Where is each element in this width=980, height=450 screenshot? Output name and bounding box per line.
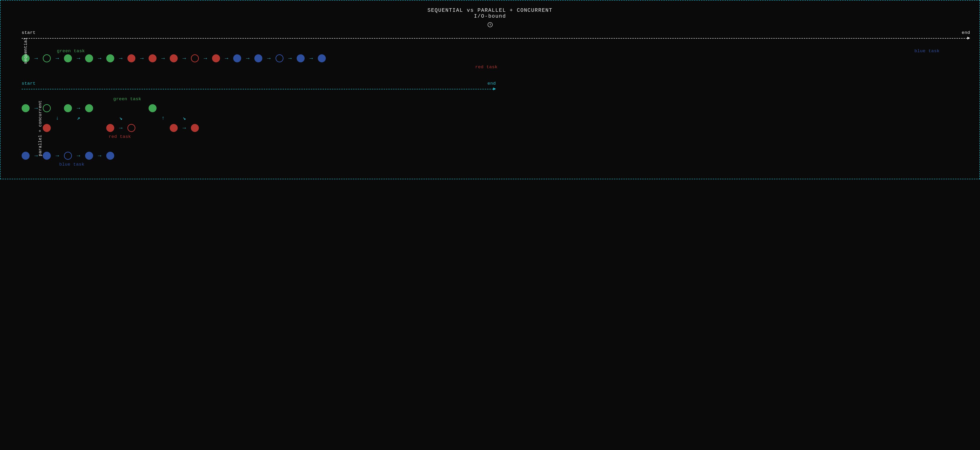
sequential-task-labels: green task blue task (22, 46, 970, 54)
arrow-right-icon: → (157, 54, 170, 62)
arrow-right-icon: → (199, 54, 212, 62)
clock-icon (487, 22, 493, 28)
parallel-concurrent-label: parallel + concurrent (38, 101, 43, 156)
spacer (43, 114, 51, 122)
green-task-dot (43, 54, 51, 62)
clock-icon-row (10, 22, 970, 28)
arrow-right-icon: → (241, 54, 255, 62)
arrow-right-icon: → (93, 152, 106, 160)
parallel-timeline-arrow (22, 86, 496, 92)
green-task-dot (149, 104, 157, 112)
spacer (22, 124, 30, 132)
spacer (93, 114, 106, 122)
spacer (157, 124, 170, 132)
arrow-right-icon: → (93, 54, 106, 62)
arrow-right-icon: → (51, 152, 64, 160)
arrow-upright-icon: ↗ (72, 114, 85, 122)
red-task-dot (170, 124, 178, 132)
green-task-dot (85, 54, 93, 62)
green-task-dot (22, 104, 30, 112)
title: SEQUENTIAL vs PARALLEL + CONCURRENT (10, 8, 970, 13)
parallel-green-row: →→ (22, 104, 970, 113)
spacer (106, 114, 114, 122)
arrow-right-icon: → (178, 54, 191, 62)
blue-task-dot (275, 54, 283, 62)
arrow-right-icon: → (262, 54, 275, 62)
spacer (85, 124, 93, 132)
arrow-right-icon: → (220, 54, 233, 62)
sequential-timeline: start end (22, 30, 970, 35)
sequential-timeline-arrow (22, 35, 970, 41)
green-task-label: green task (113, 96, 970, 102)
spacer (127, 114, 135, 122)
red-task-dot (127, 54, 135, 62)
spacer (170, 114, 178, 122)
arrow-right-icon: → (305, 54, 318, 62)
blue-task-label: blue task (915, 48, 940, 54)
green-task-dot (43, 104, 51, 112)
parallel-lanes: green task →→ ↓↗↘↑↘ →→ red task →→→→ blu… (22, 96, 970, 167)
timeline-start-label: start (22, 30, 36, 35)
arrow-down-icon: ↓ (51, 114, 64, 122)
green-task-dot (64, 54, 72, 62)
blue-task-dot (64, 152, 72, 160)
blue-task-dot (85, 152, 93, 160)
spacer (149, 114, 157, 122)
sequential-section: sequential start end green task blue tas… (22, 30, 970, 72)
spacer (135, 104, 149, 112)
parallel-timeline: start end (22, 81, 496, 86)
spacer (64, 114, 72, 122)
blue-task-dot (233, 54, 241, 62)
red-task-dot (149, 54, 157, 62)
spacer (135, 114, 149, 122)
arrow-right-icon: → (72, 54, 85, 62)
arrow-right-icon: → (51, 54, 64, 62)
diagram-frame: SEQUENTIAL vs PARALLEL + CONCURRENT I/O-… (0, 0, 980, 179)
parallel-switch-row: ↓↗↘↑↘ (22, 113, 970, 123)
spacer (135, 124, 149, 132)
spacer (85, 114, 93, 122)
arrow-right-icon: → (178, 124, 191, 132)
red-task-dot (170, 54, 178, 62)
blue-task-dot (297, 54, 305, 62)
red-task-label: red task (475, 64, 498, 70)
spacer (51, 124, 64, 132)
arrow-right-icon: → (114, 54, 127, 62)
red-task-label: red task (108, 134, 970, 139)
spacer (106, 104, 114, 112)
red-task-dot (191, 54, 199, 62)
subtitle: I/O-bound (10, 13, 970, 19)
red-task-dot (106, 124, 114, 132)
spacer (93, 104, 106, 112)
spacer (51, 104, 64, 112)
spacer (114, 104, 127, 112)
spacer (93, 124, 106, 132)
timeline-start-label: start (22, 81, 36, 86)
red-task-dot (43, 124, 51, 132)
arrow-right-icon: → (114, 124, 127, 132)
red-task-dot (191, 124, 199, 132)
arrow-up-icon: ↑ (157, 114, 170, 122)
blue-task-dot (255, 54, 262, 62)
spacer (64, 124, 72, 132)
green-task-dot (64, 104, 72, 112)
parallel-section: parallel + concurrent start end green ta… (22, 81, 970, 167)
green-task-dot (106, 54, 114, 62)
red-task-dot (127, 124, 135, 132)
green-task-dot (85, 104, 93, 112)
arrow-right-icon: → (283, 54, 297, 62)
arrow-right-icon: → (72, 104, 85, 112)
timeline-end-label: end (962, 30, 970, 35)
blue-task-dot (22, 152, 30, 160)
spacer (22, 114, 30, 122)
sequential-task-row: →→→→→→→→→→→→→→ (22, 54, 970, 63)
arrow-downright-icon: ↘ (178, 114, 191, 122)
parallel-red-row: →→ (22, 123, 970, 132)
blue-task-dot (43, 152, 51, 160)
parallel-blue-row: →→→→ (22, 151, 970, 160)
spacer (149, 124, 157, 132)
blue-task-label: blue task (59, 162, 970, 167)
sequential-task-labels-below: red task (22, 63, 970, 72)
arrow-downright-icon: ↘ (114, 114, 127, 122)
spacer (72, 124, 85, 132)
